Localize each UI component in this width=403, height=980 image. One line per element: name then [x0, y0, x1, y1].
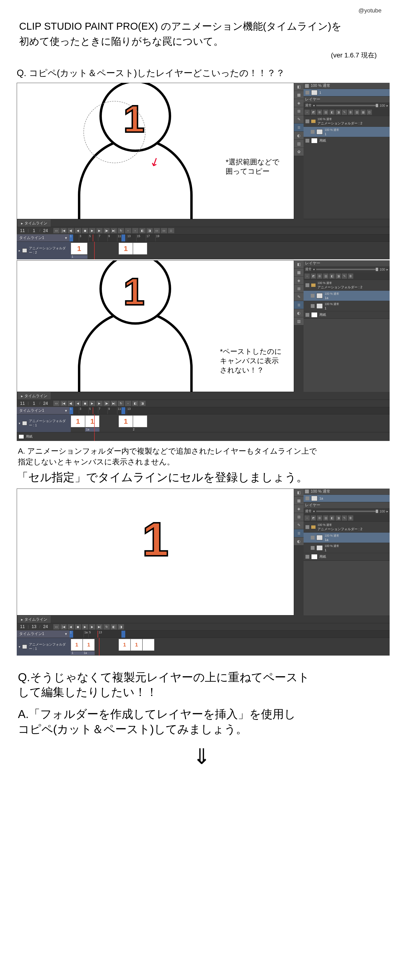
timeline-track[interactable]: 1 1 1 1a 1 1	[71, 638, 390, 655]
playhead[interactable]	[99, 638, 100, 655]
tool-button[interactable]: ◩	[311, 515, 316, 520]
palette-tab-icon[interactable]: ✎	[294, 293, 303, 301]
timeline-cell[interactable]: 1	[119, 243, 133, 255]
palette-tab-icon[interactable]: ▦	[294, 91, 303, 99]
opacity-slider[interactable]	[316, 269, 378, 270]
palette-tab-icon[interactable]: ◐	[294, 309, 303, 317]
palette-tab-icon[interactable]: ✎	[294, 115, 303, 124]
playhead[interactable]	[94, 414, 95, 432]
palette-tab-icon[interactable]: ⊞	[294, 513, 303, 521]
timeline-selector[interactable]: タイムライン1▾	[17, 234, 69, 242]
opacity-slider[interactable]	[316, 511, 378, 512]
tool-button[interactable]: ▦	[360, 110, 366, 115]
eye-icon[interactable]	[305, 119, 309, 123]
track-label[interactable]: ▾アニメーションフォルダー : 1	[17, 638, 71, 655]
layer-row[interactable]: 1	[303, 89, 390, 96]
tool-button[interactable]: ◩	[311, 110, 316, 115]
tool-button[interactable]: ▫	[305, 110, 310, 115]
layer-row-folder[interactable]: 100 % 通常アニメーションフォルダー : 2	[303, 522, 390, 532]
loop-icon[interactable]: ↻	[118, 228, 124, 233]
stop-icon[interactable]: ◼	[82, 228, 88, 233]
tl-button[interactable]: ▫	[125, 401, 131, 406]
timeline-tab[interactable]: ▸ タイムライン	[18, 616, 51, 623]
tl-button[interactable]: ◨	[140, 401, 146, 406]
tl-button[interactable]: ◧	[111, 624, 117, 630]
palette-tab-icon[interactable]: ▦	[294, 269, 303, 277]
tl-button[interactable]: ▭	[53, 401, 60, 406]
blend-mode[interactable]: 通常	[305, 103, 312, 108]
layer-row[interactable]: 100 % 通常1	[303, 301, 390, 311]
tool-button[interactable]: ✎	[342, 110, 347, 115]
skip-start-icon[interactable]: |◀	[60, 624, 67, 630]
track-label-paper[interactable]: 用紙	[17, 432, 71, 441]
tl-button[interactable]: ▫	[132, 228, 138, 233]
tool-button[interactable]: ◩	[311, 274, 316, 279]
tool-button[interactable]: ◨	[336, 515, 341, 520]
layer-row-folder[interactable]: 100 % 通常アニメーションフォルダー : 2	[303, 116, 390, 127]
palette-tab-icon[interactable]: ◐	[294, 538, 303, 546]
blend-mode[interactable]: 通常	[305, 267, 312, 272]
stop-icon[interactable]: ◼	[82, 401, 88, 406]
tool-button[interactable]: ⊞	[317, 515, 322, 520]
prev-icon[interactable]: ◀	[75, 401, 81, 406]
timeline-track[interactable]: 1 1 1	[71, 242, 390, 259]
timeline-ruler[interactable]: 1 3 5 7 9 11 13	[69, 407, 390, 414]
opacity-slider[interactable]	[316, 105, 378, 106]
palette-tab-icon[interactable]: ⊞	[294, 285, 303, 293]
layer-row[interactable]: 100 % 通常1	[303, 127, 390, 137]
next-frame-icon[interactable]: |▶	[103, 228, 110, 233]
blend-mode[interactable]: 通常	[305, 509, 312, 514]
tool-button[interactable]: ▤	[323, 110, 328, 115]
timeline-selector[interactable]: タイムライン1▾	[17, 630, 69, 638]
playhead[interactable]	[94, 432, 95, 441]
loop-icon[interactable]: ↻	[118, 401, 124, 406]
next-icon[interactable]: ▶	[89, 624, 95, 630]
prev-frame-icon[interactable]: ◀|	[68, 401, 74, 406]
play-icon[interactable]: ▶	[89, 401, 95, 406]
stop-icon[interactable]: ◼	[75, 624, 81, 630]
palette-tab-icon[interactable]: ✎	[294, 521, 303, 529]
tl-button[interactable]: □	[168, 228, 174, 233]
play-icon[interactable]: ▶	[82, 624, 88, 630]
layer-row[interactable]: 100 % 通常1a	[303, 290, 390, 301]
timeline-track[interactable]: 1 1 1a 1 2	[71, 414, 390, 432]
tool-button[interactable]: ✎	[342, 515, 347, 520]
timeline-tab[interactable]: ▸ タイムライン	[18, 220, 51, 227]
tool-button[interactable]: ◧	[329, 274, 335, 279]
tool-button[interactable]: ◧	[329, 515, 335, 520]
tl-button[interactable]: ▭	[53, 624, 60, 630]
timeline-ruler[interactable]: 1 3 5 7 9 11 13 15 17 19	[69, 234, 390, 242]
tool-button[interactable]: ⊞	[317, 110, 322, 115]
eye-icon[interactable]	[305, 84, 309, 88]
tool-button[interactable]: ⊞	[317, 274, 322, 279]
timeline-track[interactable]	[71, 432, 390, 441]
eye-icon[interactable]	[305, 91, 309, 94]
skip-start-icon[interactable]: |◀	[60, 228, 67, 233]
skip-start-icon[interactable]: |◀	[60, 401, 67, 406]
palette-tab-icon[interactable]: ◧	[294, 488, 303, 497]
tl-button[interactable]: ◨	[146, 228, 153, 233]
palette-tab-icon[interactable]: ◐	[294, 132, 303, 140]
palette-tab-icon[interactable]: ▦	[294, 497, 303, 505]
palette-tab-icon[interactable]: ≣	[294, 124, 303, 132]
tl-button[interactable]: ◨	[118, 624, 124, 630]
tool-button[interactable]: 🗑	[348, 110, 353, 115]
tl-button[interactable]: ◧	[132, 401, 138, 406]
prev-icon[interactable]: ◀	[75, 228, 81, 233]
prev-frame-icon[interactable]: ◀|	[68, 228, 74, 233]
palette-tab-icon[interactable]: ◈	[294, 505, 303, 513]
layer-row[interactable]: 100 % 通常1	[303, 542, 390, 553]
canvas[interactable]: 1 ↙ *選択範囲などで 囲ってコピー	[17, 83, 294, 219]
loop-icon[interactable]: ↻	[103, 624, 110, 630]
timeline-tab[interactable]: ▸ タイムライン	[18, 392, 51, 399]
tool-button[interactable]: ◨	[336, 274, 341, 279]
tl-button[interactable]: ▫	[125, 228, 131, 233]
tl-button[interactable]: ▭	[154, 228, 160, 233]
tool-button[interactable]: ⊡	[367, 110, 372, 115]
tool-button[interactable]: ▤	[323, 515, 328, 520]
palette-tab-icon[interactable]: ✿	[294, 148, 303, 156]
tool-button[interactable]: ◧	[329, 110, 335, 115]
layer-row[interactable]: 100 % 通常1a	[303, 532, 390, 542]
timeline-selector[interactable]: タイムライン1▾	[17, 407, 69, 414]
layer-row-paper[interactable]: 用紙	[303, 311, 390, 318]
